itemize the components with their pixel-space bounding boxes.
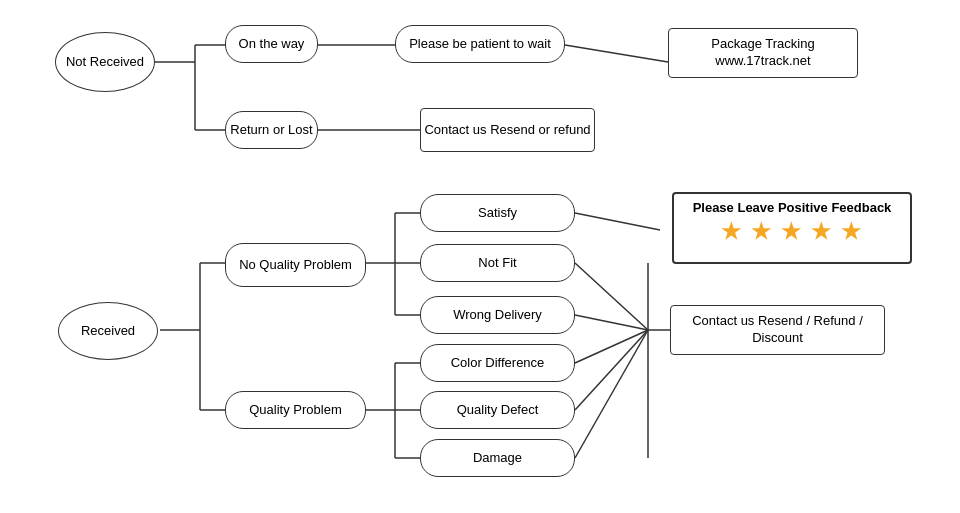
quality-defect-node: Quality Defect — [420, 391, 575, 429]
damage-node: Damage — [420, 439, 575, 477]
svg-line-21 — [575, 213, 660, 230]
contact-resend-node: Contact us Resend or refund — [420, 108, 595, 152]
received-node: Received — [58, 302, 158, 360]
no-quality-problem-node: No Quality Problem — [225, 243, 366, 287]
svg-line-5 — [565, 45, 668, 62]
stars: ★ ★ ★ ★ ★ — [684, 219, 900, 245]
svg-line-24 — [575, 330, 648, 363]
wrong-delivery-node: Wrong Delivery — [420, 296, 575, 334]
be-patient-node: Please be patient to wait — [395, 25, 565, 63]
color-difference-node: Color Difference — [420, 344, 575, 382]
svg-line-26 — [575, 330, 648, 458]
svg-line-25 — [575, 330, 648, 410]
feedback-box: Please Leave Positive Feedback ★ ★ ★ ★ ★ — [672, 192, 912, 264]
on-the-way-node: On the way — [225, 25, 318, 63]
package-tracking-node: Package Tracking www.17track.net — [668, 28, 858, 78]
feedback-label: Please Leave Positive Feedback — [684, 200, 900, 215]
svg-line-22 — [575, 263, 648, 330]
not-fit-node: Not Fit — [420, 244, 575, 282]
return-or-lost-node: Return or Lost — [225, 111, 318, 149]
quality-problem-node: Quality Problem — [225, 391, 366, 429]
satisfy-node: Satisfy — [420, 194, 575, 232]
svg-line-23 — [575, 315, 648, 330]
not-received-node: Not Received — [55, 32, 155, 92]
contact-refund-node: Contact us Resend / Refund / Discount — [670, 305, 885, 355]
